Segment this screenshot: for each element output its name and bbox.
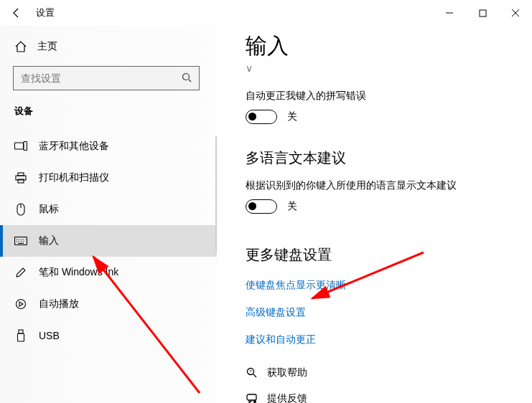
nav-typing[interactable]: 输入 <box>0 225 217 257</box>
nav-label: 蓝牙和其他设备 <box>39 140 109 153</box>
autocorrect-toggle[interactable] <box>246 110 277 124</box>
link-suggestions[interactable]: 建议和自动更正 <box>246 333 525 346</box>
svg-rect-2 <box>15 143 24 149</box>
sidebar-section-label: 设备 <box>0 105 217 123</box>
keyboard-icon <box>14 234 27 247</box>
help-row[interactable]: ? 获取帮助 <box>246 366 525 379</box>
minimize-button[interactable] <box>433 0 466 26</box>
nav-label: 输入 <box>39 234 59 247</box>
svg-point-1 <box>183 73 190 80</box>
multilingual-label: 根据识别到的你键入所使用的语言显示文本建议 <box>246 179 525 192</box>
home-nav[interactable]: 主页 <box>0 36 217 57</box>
search-input[interactable] <box>21 72 182 84</box>
close-icon <box>511 9 520 17</box>
autocorrect-label: 自动更正我键入的拼写错误 <box>246 90 525 103</box>
svg-rect-0 <box>480 10 486 16</box>
more-keyboard-header: 更多键盘设置 <box>246 245 525 265</box>
nav-label: 自动播放 <box>39 298 79 310</box>
close-button[interactable] <box>499 0 532 26</box>
svg-rect-10 <box>19 330 23 333</box>
multilingual-state: 关 <box>287 200 297 213</box>
nav-bluetooth[interactable]: 蓝牙和其他设备 <box>0 131 217 162</box>
window-title: 设置 <box>36 6 55 19</box>
nav-list: 蓝牙和其他设备 打印机和扫描仪 鼠标 输入 笔和 Windows Ink 自动播… <box>0 131 217 351</box>
nav-label: 鼠标 <box>39 203 59 216</box>
feedback-label: 提供反馈 <box>267 392 307 403</box>
sidebar: 主页 设备 蓝牙和其他设备 打印机和扫描仪 鼠标 <box>0 26 217 403</box>
svg-rect-11 <box>18 333 24 341</box>
help-icon: ? <box>246 366 258 379</box>
nav-usb[interactable]: USB <box>0 320 217 351</box>
multilingual-header: 多语言文本建议 <box>246 148 525 168</box>
usb-icon <box>14 329 27 342</box>
feedback-icon <box>246 392 258 403</box>
back-button[interactable] <box>0 0 33 26</box>
svg-point-9 <box>17 300 26 309</box>
titlebar: 设置 <box>0 0 532 26</box>
arrow-left-icon <box>11 7 22 19</box>
nav-printers[interactable]: 打印机和扫描仪 <box>0 162 217 194</box>
svg-rect-14 <box>247 394 256 400</box>
home-icon <box>14 40 27 53</box>
mouse-icon <box>14 203 27 216</box>
multilingual-toggle[interactable] <box>246 199 277 214</box>
autoplay-icon <box>14 298 27 310</box>
minimize-icon <box>445 9 454 17</box>
search-icon <box>182 72 192 85</box>
nav-autoplay[interactable]: 自动播放 <box>0 288 217 320</box>
svg-point-15 <box>253 400 256 403</box>
page-title: 输入 <box>246 32 525 61</box>
pen-icon <box>14 266 27 279</box>
nav-label: USB <box>39 330 60 341</box>
nav-pen[interactable]: 笔和 Windows Ink <box>0 257 217 288</box>
autocorrect-state: 关 <box>287 110 297 123</box>
help-label: 获取帮助 <box>267 366 307 379</box>
link-keyboard-focus[interactable]: 使键盘焦点显示更清晰 <box>246 279 525 292</box>
nav-label: 笔和 Windows Ink <box>39 266 118 279</box>
devices-icon <box>14 140 27 153</box>
maximize-button[interactable] <box>466 0 499 26</box>
svg-rect-3 <box>24 142 27 151</box>
svg-text:?: ? <box>249 369 252 374</box>
svg-rect-4 <box>18 173 24 176</box>
home-label: 主页 <box>37 40 57 53</box>
nav-label: 打印机和扫描仪 <box>39 171 109 184</box>
content-area: 输入 ∨ 自动更正我键入的拼写错误 关 多语言文本建议 根据识别到的你键入所使用… <box>217 26 532 403</box>
feedback-row[interactable]: 提供反馈 <box>246 392 525 403</box>
nav-mouse[interactable]: 鼠标 <box>0 194 217 225</box>
maximize-icon <box>479 9 487 17</box>
scrollbar-hint[interactable] <box>215 136 217 251</box>
window-controls <box>433 0 532 26</box>
link-advanced-keyboard[interactable]: 高级键盘设置 <box>246 306 525 319</box>
partial-toggle-remnant: ∨ <box>246 62 253 74</box>
search-box[interactable] <box>13 66 200 90</box>
printer-icon <box>14 171 27 184</box>
